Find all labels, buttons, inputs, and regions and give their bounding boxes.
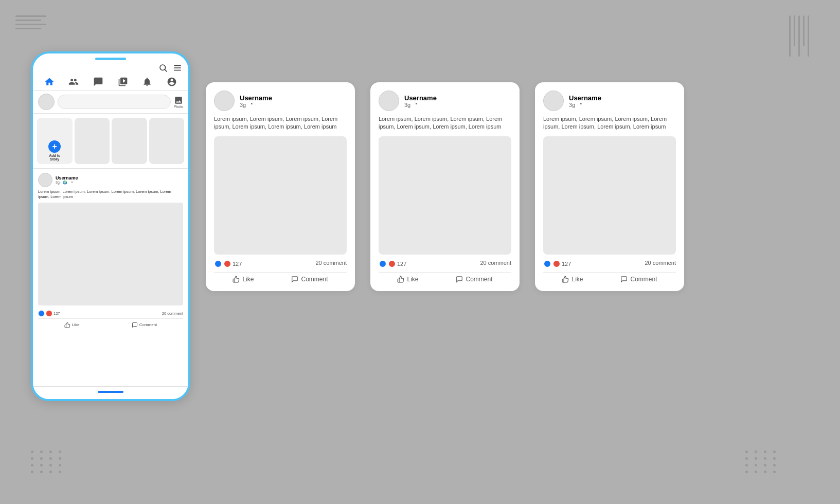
post-avatar xyxy=(38,173,52,187)
post-username: Username xyxy=(56,175,78,181)
decorative-dots-bottom-right xyxy=(745,451,778,473)
card-1-reactions: 127 xyxy=(214,260,242,268)
card-2-stats: 127 20 comment xyxy=(379,260,511,273)
card-3-like-button[interactable]: Like xyxy=(562,276,583,283)
card-1-likes: 127 xyxy=(233,261,242,267)
card-2-username: Username xyxy=(404,94,437,102)
search-icon[interactable] xyxy=(158,63,168,73)
card-3-reactions: 127 xyxy=(543,260,571,268)
card-3-text: Lorem ipsum, Lorem ipsum, Lorem ipsum, L… xyxy=(543,115,676,131)
card-1-meta: 3g xyxy=(240,102,272,108)
post-actions: Like Comment xyxy=(38,320,183,330)
add-story-label: Add toStory xyxy=(49,154,60,161)
nav-messenger[interactable] xyxy=(93,77,103,87)
card-1-comment-label: Comment xyxy=(301,276,328,283)
card-3-image xyxy=(543,136,676,255)
decorative-lines-top-right xyxy=(789,15,809,57)
card-2-user-info: Username 3g xyxy=(404,94,437,108)
card-3-comment-label: Comment xyxy=(630,276,657,283)
card-2-comments: 20 comment xyxy=(480,260,511,268)
comment-label: Comment xyxy=(139,322,157,327)
card-3-like-reaction xyxy=(543,260,551,268)
card-1-actions: Like Comment xyxy=(214,276,347,283)
card-2-image xyxy=(379,136,511,255)
card-1-like-reaction xyxy=(214,260,222,268)
card-1-comment-button[interactable]: Comment xyxy=(291,276,328,283)
story-card-1[interactable] xyxy=(75,118,110,164)
card-1-heart-reaction xyxy=(223,260,231,268)
card-2-comment-button[interactable]: Comment xyxy=(456,276,492,283)
add-story-button[interactable]: + xyxy=(48,140,61,153)
card-3-meta: 3g xyxy=(569,102,601,108)
card-2-like-label: Like xyxy=(407,276,418,283)
card-2-meta: 3g xyxy=(404,102,437,108)
add-icon: + xyxy=(52,142,57,151)
like-reaction xyxy=(38,310,45,317)
card-3-avatar xyxy=(543,91,564,111)
card-2-user-row: Username 3g xyxy=(379,91,511,111)
menu-icon[interactable] xyxy=(173,63,182,73)
phone-nav xyxy=(33,75,188,91)
nav-home[interactable] xyxy=(44,77,55,87)
nav-friends[interactable] xyxy=(68,77,79,87)
card-1-user-info: Username 3g xyxy=(240,94,272,108)
home-indicator xyxy=(98,391,123,393)
card-2-text: Lorem ipsum, Lorem ipsum, Lorem ipsum, L… xyxy=(379,115,511,131)
svg-point-0 xyxy=(160,65,166,70)
phone-post: Username 3g · 🌍 Lorem ipsum, Lorem ipsum… xyxy=(33,169,188,334)
card-3-user-row: Username 3g xyxy=(543,91,676,111)
feed-cards-container: Username 3g Lorem ipsum, Lorem ipsum, Lo… xyxy=(206,82,684,291)
reaction-icons: 127 xyxy=(38,310,60,317)
add-story-card[interactable]: + Add toStory xyxy=(37,118,73,164)
like-button[interactable]: Like xyxy=(64,322,80,328)
card-3-likes: 127 xyxy=(562,261,571,267)
card-2-like-reaction xyxy=(379,260,387,268)
like-label: Like xyxy=(72,322,80,327)
nav-notifications[interactable] xyxy=(142,77,152,87)
card-2-actions: Like Comment xyxy=(379,276,511,283)
post-user-row: Username 3g · 🌍 xyxy=(38,173,183,187)
phone-header xyxy=(33,60,188,75)
photo-button[interactable]: Photo xyxy=(174,96,183,109)
card-3-like-label: Like xyxy=(571,276,583,283)
card-3-actions: Like Comment xyxy=(543,276,676,283)
card-1-like-label: Like xyxy=(242,276,254,283)
story-card-2[interactable] xyxy=(112,118,147,164)
card-1-like-button[interactable]: Like xyxy=(233,276,254,283)
nav-profile[interactable] xyxy=(167,77,177,87)
feed-card-3: Username 3g Lorem ipsum, Lorem ipsum, Lo… xyxy=(535,82,684,291)
svg-line-1 xyxy=(165,69,167,71)
post-text: Lorem ipsum, Lorem ipsum, Lorem ipsum, L… xyxy=(38,189,183,200)
phone-mockup: Photo + Add toStory Username 3g · 🌍 Lor xyxy=(31,51,190,401)
card-1-user-row: Username 3g xyxy=(214,91,347,111)
likes-count: 127 xyxy=(53,311,60,316)
decorative-lines-top-left xyxy=(15,15,46,32)
card-1-avatar xyxy=(214,91,235,111)
nav-watch[interactable] xyxy=(118,77,128,87)
heart-reaction xyxy=(46,310,52,317)
stories-section: + Add toStory xyxy=(33,114,188,169)
card-3-comments: 20 comment xyxy=(645,260,676,268)
card-2-like-button[interactable]: Like xyxy=(397,276,418,283)
card-1-stats: 127 20 comment xyxy=(214,260,347,273)
card-3-comment-button[interactable]: Comment xyxy=(620,276,657,283)
card-2-reactions: 127 xyxy=(379,260,406,268)
card-3-stats: 127 20 comment xyxy=(543,260,676,273)
post-meta: 3g · 🌍 xyxy=(56,181,78,185)
composer-input[interactable] xyxy=(58,95,171,109)
card-1-text: Lorem ipsum, Lorem ipsum, Lorem ipsum, L… xyxy=(214,115,347,131)
card-1-image xyxy=(214,136,347,255)
card-3-user-info: Username 3g xyxy=(569,94,601,108)
card-1-username: Username xyxy=(240,94,272,102)
card-3-username: Username xyxy=(569,94,601,102)
photo-label: Photo xyxy=(174,105,183,109)
story-card-3[interactable] xyxy=(149,118,185,164)
post-image xyxy=(38,203,183,305)
phone-bottom-bar xyxy=(33,386,188,399)
post-user-info: Username 3g · 🌍 xyxy=(56,175,78,185)
comments-count: 20 comment xyxy=(162,311,183,316)
comment-button[interactable]: Comment xyxy=(132,322,157,328)
feed-card-2: Username 3g Lorem ipsum, Lorem ipsum, Lo… xyxy=(370,82,520,291)
card-2-comment-label: Comment xyxy=(466,276,492,283)
feed-card-1: Username 3g Lorem ipsum, Lorem ipsum, Lo… xyxy=(206,82,355,291)
